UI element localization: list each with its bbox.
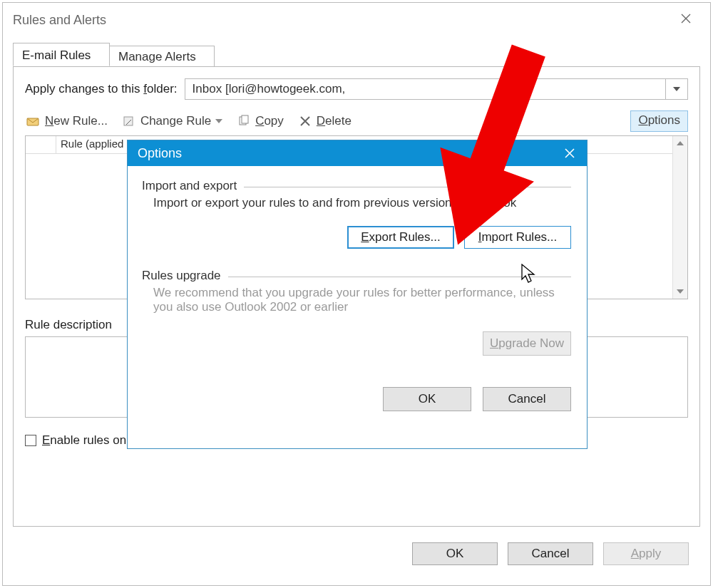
svg-rect-3 xyxy=(242,115,248,123)
apply-changes-label: Apply changes to this folder: xyxy=(25,82,178,96)
change-rule-icon xyxy=(122,115,136,128)
scroll-up-icon[interactable] xyxy=(673,136,687,150)
rules-list-scrollbar[interactable] xyxy=(672,136,687,299)
tab-email-rules-label: E-mail Rules xyxy=(22,48,91,62)
new-rule-icon xyxy=(26,115,41,128)
upgrade-now-row: Upgrade Now xyxy=(142,331,571,356)
chevron-down-icon xyxy=(215,119,222,123)
copy-rule-button[interactable]: Copy xyxy=(237,114,284,128)
rules-upgrade-groupbox-text: Rules upgrade xyxy=(142,269,228,283)
rules-upgrade-groupbox-label: Rules upgrade xyxy=(142,269,571,283)
apply-changes-row: Apply changes to this folder: Inbox [lor… xyxy=(25,77,688,101)
main-cancel-button[interactable]: Cancel xyxy=(508,542,593,565)
copy-rule-label: Copy xyxy=(255,114,284,128)
delete-rule-label: Delete xyxy=(317,114,352,128)
rss-enable-checkbox[interactable] xyxy=(25,435,36,446)
options-dialog-title: Options xyxy=(138,146,182,161)
main-ok-button[interactable]: OK xyxy=(412,542,498,565)
options-button[interactable]: Options xyxy=(630,110,688,132)
export-rules-button[interactable]: Export Rules... xyxy=(347,226,454,249)
options-dialog-close-icon[interactable] xyxy=(560,143,580,163)
folder-dropdown-button[interactable] xyxy=(665,78,688,100)
import-export-groupbox-text: Import and export xyxy=(142,179,244,193)
titlebar: Rules and Alerts xyxy=(3,3,710,37)
import-export-description: Import or export your rules to and from … xyxy=(153,196,571,210)
rules-upgrade-description: We recommend that you upgrade your rules… xyxy=(153,286,571,314)
import-export-buttons: Export Rules... Import Rules... xyxy=(142,226,571,249)
chevron-down-icon xyxy=(673,87,680,91)
new-rule-button[interactable]: New Rule... xyxy=(26,114,108,128)
change-rule-label: Change Rule xyxy=(140,114,211,128)
delete-rule-button[interactable]: Delete xyxy=(298,114,352,128)
rules-header-checkbox-col xyxy=(26,136,56,153)
options-ok-button[interactable]: OK xyxy=(383,387,471,411)
options-dialog-body: Import and export Import or export your … xyxy=(128,166,587,423)
copy-icon xyxy=(237,115,251,128)
import-rules-button[interactable]: Import Rules... xyxy=(464,226,571,249)
groupbox-divider xyxy=(228,277,571,277)
rules-toolbar: New Rule... Change Rule Copy xyxy=(25,111,688,131)
tab-manage-alerts-label: Manage Alerts xyxy=(118,50,196,63)
svg-rect-1 xyxy=(124,117,133,125)
import-export-groupbox-label: Import and export xyxy=(142,179,571,193)
window-title: Rules and Alerts xyxy=(13,13,106,28)
folder-dropdown[interactable]: Inbox [lori@howtogeek.com, xyxy=(185,78,688,100)
new-rule-label: New Rule... xyxy=(45,114,108,128)
tabstrip: E-mail Rules Manage Alerts xyxy=(13,43,700,67)
close-icon[interactable] xyxy=(670,9,702,32)
groupbox-divider xyxy=(244,187,571,187)
change-rule-button[interactable]: Change Rule xyxy=(122,114,222,128)
tab-manage-alerts[interactable]: Manage Alerts xyxy=(109,46,215,67)
main-dialog-buttons: OK Cancel Apply xyxy=(412,542,689,565)
options-dialog-titlebar: Options xyxy=(128,140,587,166)
scroll-down-icon[interactable] xyxy=(673,284,687,299)
options-dialog-buttons: OK Cancel xyxy=(142,387,571,411)
delete-icon xyxy=(298,115,312,128)
folder-dropdown-value: Inbox [lori@howtogeek.com, xyxy=(185,78,665,100)
options-cancel-button[interactable]: Cancel xyxy=(483,387,571,411)
upgrade-now-button: Upgrade Now xyxy=(483,331,571,356)
tab-email-rules[interactable]: E-mail Rules xyxy=(13,43,110,66)
main-apply-button: Apply xyxy=(603,542,689,565)
options-dialog: Options Import and export Import or expo… xyxy=(127,140,588,449)
